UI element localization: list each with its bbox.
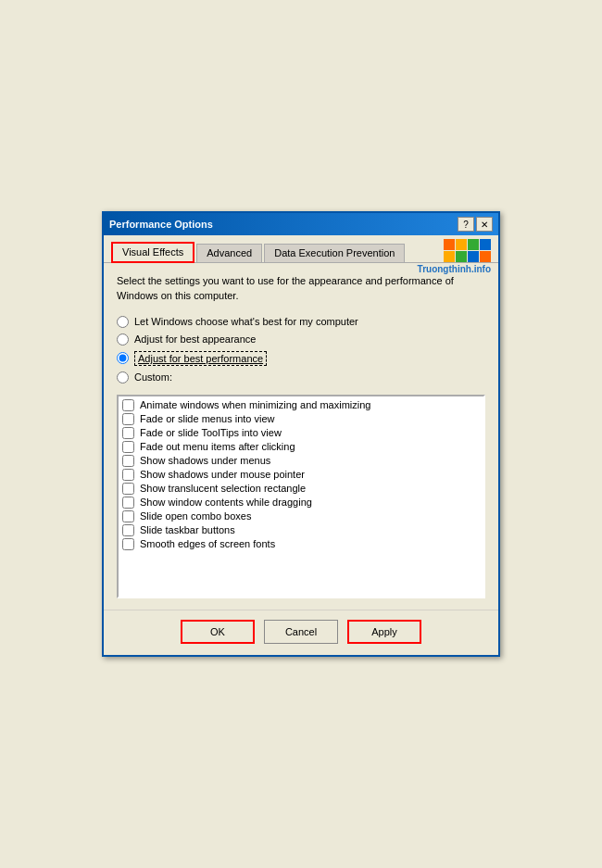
dialog-container: Performance Options ? ✕ Truongthinh.info [102,211,500,657]
radio-item-let-windows[interactable]: Let Windows choose what's best for my co… [117,316,485,328]
watermark-squares [444,239,491,262]
radio-custom[interactable] [117,371,129,384]
list-item: Slide taskbar buttons [120,523,482,537]
list-item: Fade or slide menus into view [120,412,482,426]
cb-shadows-pointer[interactable] [122,469,134,481]
cb-slide-combo[interactable] [122,510,134,522]
cb-window-contents[interactable] [122,497,134,509]
sq4 [480,239,491,250]
tab-advanced[interactable]: Advanced [196,244,262,263]
dialog-window: Performance Options ? ✕ Truongthinh.info [102,211,500,657]
sq2 [456,239,467,250]
checkbox-listbox[interactable]: Animate windows when minimizing and maxi… [117,395,485,598]
cb-fade-menus[interactable] [122,413,134,425]
list-item: Show shadows under menus [120,454,482,468]
sq7 [468,251,479,262]
radio-item-best-performance[interactable]: Adjust for best performance [117,351,485,366]
watermark-area: Truongthinh.info [418,239,491,274]
radio-label-let-windows: Let Windows choose what's best for my co… [134,316,358,327]
radio-label-best-performance: Adjust for best performance [134,351,267,366]
cb-fade-tooltips[interactable] [122,427,134,439]
list-item: Smooth edges of screen fonts [120,537,482,551]
cb-translucent[interactable] [122,483,134,495]
cb-label-fade-menu-items: Fade out menu items after clicking [140,441,295,452]
cb-label-fade-tooltips: Fade or slide ToolTips into view [140,427,282,438]
sq1 [444,239,455,250]
title-bar-text: Performance Options [109,219,213,230]
apply-button[interactable]: Apply [347,620,421,644]
radio-group: Let Windows choose what's best for my co… [117,316,485,384]
cb-label-slide-combo: Slide open combo boxes [140,510,251,522]
cb-label-slide-taskbar: Slide taskbar buttons [140,524,235,535]
close-button[interactable]: ✕ [476,217,493,232]
sq3 [468,239,479,250]
radio-let-windows[interactable] [117,316,129,328]
cb-label-animate: Animate windows when minimizing and maxi… [140,399,370,410]
radio-best-appearance[interactable] [117,333,129,346]
cb-label-shadows-pointer: Show shadows under mouse pointer [140,469,305,480]
radio-label-best-appearance: Adjust for best appearance [134,333,256,345]
sq8 [480,251,491,262]
description-text: Select the settings you want to use for … [117,274,485,303]
cb-smooth-fonts[interactable] [122,538,134,550]
list-item: Show shadows under mouse pointer [120,468,482,482]
cb-fade-menu-items[interactable] [122,441,134,453]
list-item: Fade out menu items after clicking [120,440,482,454]
tab-dep[interactable]: Data Execution Prevention [264,244,405,263]
cb-label-fade-menus: Fade or slide menus into view [140,413,275,424]
sq5 [444,251,455,262]
list-item: Fade or slide ToolTips into view [120,426,482,440]
title-bar: Performance Options ? ✕ [104,213,498,235]
cb-animate[interactable] [122,399,134,411]
title-bar-controls: ? ✕ [458,217,493,232]
cb-shadows-menus[interactable] [122,455,134,467]
radio-item-best-appearance[interactable]: Adjust for best appearance [117,333,485,346]
radio-item-custom[interactable]: Custom: [117,371,485,384]
cancel-button[interactable]: Cancel [264,620,338,644]
sq6 [456,251,467,262]
dialog-body: Select the settings you want to use for … [104,263,498,610]
tab-visual-effects[interactable]: Visual Effects [111,242,194,263]
list-item: Slide open combo boxes [120,509,482,523]
list-item: Show translucent selection rectangle [120,482,482,496]
ok-button[interactable]: OK [181,620,255,644]
list-item: Animate windows when minimizing and maxi… [120,398,482,412]
cb-slide-taskbar[interactable] [122,524,134,536]
list-item: Show window contents while dragging [120,496,482,509]
watermark-text: Truongthinh.info [418,264,491,274]
cb-label-window-contents: Show window contents while dragging [140,497,312,508]
cb-label-translucent: Show translucent selection rectangle [140,483,306,494]
cb-label-smooth-fonts: Smooth edges of screen fonts [140,538,275,549]
cb-label-shadows-menus: Show shadows under menus [140,455,270,466]
help-button[interactable]: ? [458,217,474,232]
footer: OK Cancel Apply [104,610,498,655]
radio-label-custom: Custom: [134,371,172,383]
radio-best-performance[interactable] [117,352,129,364]
